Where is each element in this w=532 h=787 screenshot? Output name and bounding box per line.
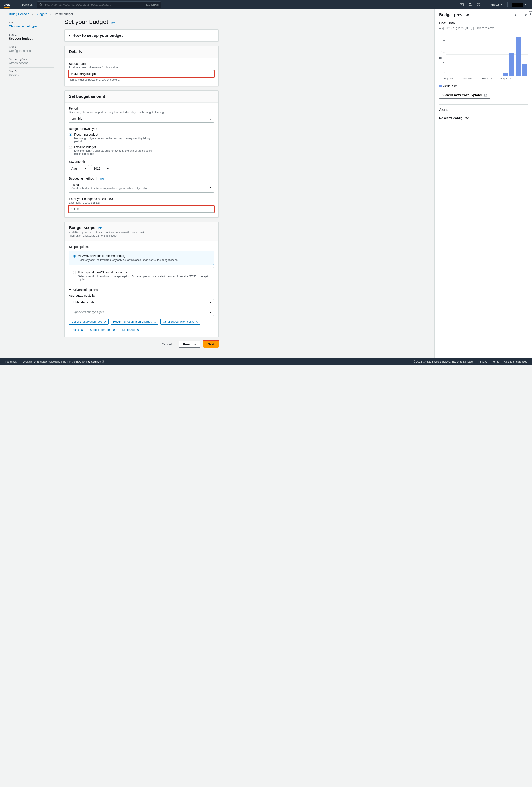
external-link-icon bbox=[484, 93, 487, 97]
region-selector[interactable]: Global bbox=[491, 3, 503, 6]
scope-subheading: Add filtering and use advanced options t… bbox=[69, 231, 153, 237]
settings-icon[interactable] bbox=[514, 13, 517, 17]
help-icon[interactable] bbox=[476, 3, 481, 7]
unified-settings-link[interactable]: Unified Settings bbox=[82, 360, 101, 363]
aggregate-select[interactable]: Unblended costs bbox=[69, 299, 214, 306]
budget-preview-panel: Budget preview Cost Data Aug 2021 - Aug … bbox=[434, 9, 532, 358]
tag-upfront[interactable]: Upfront reservation fees✕ bbox=[69, 319, 109, 324]
cloudshell-icon[interactable] bbox=[460, 3, 464, 7]
close-icon[interactable]: ✕ bbox=[81, 328, 83, 332]
cancel-button[interactable]: Cancel bbox=[157, 341, 176, 347]
step-3: Step 3 Configure alerts bbox=[9, 43, 54, 56]
lang-hint: Looking for language selection? Find it … bbox=[23, 360, 81, 363]
account-menu[interactable] bbox=[512, 3, 523, 7]
tag-support[interactable]: Support charges✕ bbox=[88, 327, 118, 333]
howto-heading: How to set up your budget bbox=[72, 33, 123, 38]
cost-data-heading: Cost Data bbox=[439, 21, 528, 25]
scope-all-card[interactable]: All AWS services (Recommended) Track any… bbox=[69, 251, 214, 265]
radio-icon bbox=[73, 271, 76, 274]
services-link[interactable]: Services bbox=[21, 3, 33, 6]
page-title: Set your budget bbox=[64, 18, 108, 25]
svg-line-1 bbox=[41, 5, 42, 6]
search-icon bbox=[40, 3, 43, 6]
aws-logo[interactable]: aws bbox=[3, 3, 10, 6]
radio-selected-icon bbox=[73, 255, 76, 258]
previous-button[interactable]: Previous bbox=[179, 341, 200, 347]
start-month-select[interactable]: Aug bbox=[69, 165, 89, 172]
method-select[interactable]: Fixed Create a budget that tracks agains… bbox=[69, 182, 214, 193]
period-select[interactable]: Monthly bbox=[69, 115, 214, 123]
view-in-cost-explorer-button[interactable]: View in AWS Cost Explorer bbox=[439, 91, 490, 99]
amount-help: Last month's cost: $182.28 bbox=[69, 201, 214, 204]
step-2: Step 2 Set your budget bbox=[9, 31, 54, 43]
tag-discounts[interactable]: Discounts✕ bbox=[120, 327, 141, 333]
close-icon[interactable] bbox=[524, 13, 528, 17]
nav-separator bbox=[14, 2, 15, 7]
cost-data-range: Aug 2021 - Aug 2022 (MTD) | Unblended co… bbox=[439, 27, 528, 30]
step-5: Step 5 Review bbox=[9, 68, 54, 80]
cost-chart: ▮▮ 050100150200 Aug 2021Nov 2021Feb 2022… bbox=[439, 33, 528, 82]
nav-separator bbox=[507, 2, 508, 7]
title-info-link[interactable]: Info bbox=[111, 22, 115, 25]
chevron-down-icon bbox=[69, 289, 71, 291]
expand-icon bbox=[69, 35, 70, 37]
chevron-right-icon: › bbox=[50, 12, 51, 16]
tag-taxes[interactable]: Taxes✕ bbox=[69, 327, 85, 333]
close-icon[interactable]: ✕ bbox=[154, 320, 156, 323]
cookie-prefs-link[interactable]: Cookie preferences bbox=[504, 360, 527, 363]
howto-panel[interactable]: How to set up your budget bbox=[64, 29, 218, 42]
scope-heading: Budget scope bbox=[69, 226, 95, 230]
crumb-current: Create budget bbox=[54, 12, 73, 16]
scope-filter-card[interactable]: Filter specific AWS cost dimensions Sele… bbox=[69, 267, 214, 284]
budget-name-input[interactable] bbox=[69, 70, 214, 77]
close-icon[interactable]: ✕ bbox=[195, 320, 198, 323]
close-icon[interactable]: ✕ bbox=[113, 328, 115, 332]
recurring-radio[interactable]: Recurring budget Recurring budgets renew… bbox=[69, 133, 214, 143]
scope-info-link[interactable]: Info bbox=[98, 227, 102, 230]
charge-types-select[interactable]: Supported charge types bbox=[69, 309, 214, 316]
advanced-toggle[interactable]: Advanced options bbox=[69, 288, 214, 292]
global-search[interactable]: Search for services, features, blogs, do… bbox=[37, 1, 161, 8]
next-button[interactable]: Next bbox=[204, 341, 218, 347]
wizard-steps: Step 1 Choose budget type Step 2 Set you… bbox=[0, 16, 56, 358]
notifications-icon[interactable] bbox=[468, 3, 472, 7]
period-help: Daily budgets do not support enabling fo… bbox=[69, 111, 214, 114]
services-grid-icon[interactable] bbox=[18, 3, 20, 6]
step-1[interactable]: Step 1 Choose budget type bbox=[9, 19, 54, 31]
feedback-link[interactable]: Feedback bbox=[5, 360, 17, 363]
svg-point-5 bbox=[515, 15, 516, 15]
close-icon[interactable]: ✕ bbox=[136, 328, 139, 332]
scope-options-label: Scope options bbox=[69, 245, 214, 249]
scope-panel: Budget scope Info Add filtering and use … bbox=[64, 222, 218, 337]
method-label: Budgeting method bbox=[69, 177, 94, 180]
amount-input[interactable] bbox=[69, 206, 214, 213]
amount-heading: Set budget amount bbox=[69, 94, 105, 99]
chart-legend: Actual cost bbox=[439, 84, 528, 88]
method-info-link[interactable]: Info bbox=[99, 177, 104, 180]
legend-swatch bbox=[439, 85, 442, 87]
start-month-label: Start month bbox=[69, 160, 214, 163]
tag-recurring[interactable]: Recurring reservation charges✕ bbox=[111, 319, 158, 324]
crumb-billing[interactable]: Billing Console bbox=[9, 12, 29, 16]
expiring-radio[interactable]: Expiring budget Expiring monthly budgets… bbox=[69, 145, 214, 155]
account-menu-caret[interactable] bbox=[524, 4, 527, 5]
charge-type-tags: Upfront reservation fees✕ Recurring rese… bbox=[69, 319, 214, 333]
terms-link[interactable]: Terms bbox=[492, 360, 499, 363]
info-tab-icon[interactable] bbox=[529, 11, 532, 15]
close-icon[interactable]: ✕ bbox=[104, 320, 107, 323]
crumb-budgets[interactable]: Budgets bbox=[36, 12, 47, 16]
footer: Feedback Looking for language selection?… bbox=[0, 358, 532, 365]
external-link-icon bbox=[102, 360, 104, 363]
alerts-heading: Alerts bbox=[439, 108, 528, 114]
nav-separator bbox=[486, 2, 486, 7]
tag-other-sub[interactable]: Other subscription costs✕ bbox=[161, 319, 200, 324]
start-year-select[interactable]: 2022 bbox=[91, 165, 111, 172]
privacy-link[interactable]: Privacy bbox=[478, 360, 487, 363]
search-shortcut: [Option+S] bbox=[146, 3, 159, 6]
breadcrumb: Billing Console › Budgets › Create budge… bbox=[0, 9, 434, 16]
svg-point-0 bbox=[40, 3, 42, 5]
budget-name-rule: Names must be between 1-100 characters. bbox=[69, 78, 214, 81]
radio-selected-icon bbox=[69, 133, 72, 136]
top-nav: aws Services Search for services, featur… bbox=[0, 0, 532, 9]
chevron-right-icon: › bbox=[32, 12, 33, 16]
